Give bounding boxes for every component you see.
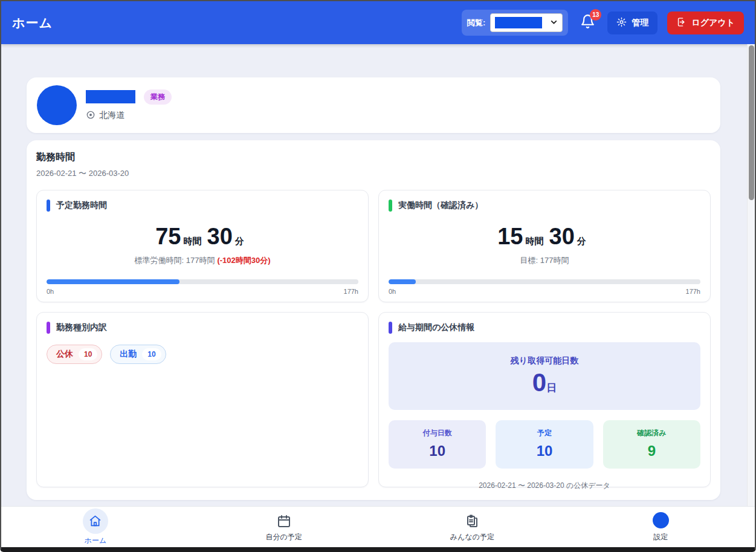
- scheduled-hours-title: 予定勤務時間: [56, 200, 107, 211]
- actual-hours-card: 実働時間（確認済み） 15時間30分 目標: 177時間 0h: [378, 190, 711, 302]
- actual-hours-subtitle: 目標: 177時間: [389, 255, 700, 266]
- holiday-caption: 2026-02-21 〜 2026-03-20 の公休データ: [389, 481, 700, 491]
- admin-button[interactable]: 管理: [607, 11, 657, 34]
- work-time-title: 勤務時間: [36, 151, 711, 164]
- stat-granted-days: 付与日数 10: [389, 420, 486, 469]
- nav-item-settings[interactable]: 設定: [566, 512, 755, 542]
- remaining-days-value: 0日: [395, 369, 694, 397]
- holiday-info-title: 給与期間の公休情報: [398, 322, 474, 333]
- notifications-button[interactable]: 13: [580, 14, 595, 31]
- scheduled-hours-value: 75時間30分: [47, 224, 358, 250]
- work-time-period: 2026-02-21 〜 2026-03-20: [36, 168, 711, 179]
- accent-bar-purple: [47, 322, 50, 334]
- work-type-chips: 公休 10 出勤 10: [47, 345, 358, 364]
- viewer-select[interactable]: [490, 13, 563, 32]
- viewer-label: 閲覧:: [467, 18, 485, 28]
- logout-button[interactable]: ログアウト: [667, 11, 744, 34]
- actual-hours-value: 15時間30分: [389, 224, 700, 250]
- viewer-select-group: 閲覧:: [462, 10, 568, 36]
- holiday-info-card: 給与期間の公休情報 残り取得可能日数 0日 付与日数 10: [378, 312, 711, 487]
- progress-fill: [389, 279, 416, 284]
- work-time-grid: 予定勤務時間 75時間30分 標準労働時間: 177時間(-102時間30分) …: [36, 190, 711, 487]
- progress-max-label: 177h: [344, 288, 358, 295]
- accent-bar-green: [389, 200, 392, 212]
- remaining-days-panel: 残り取得可能日数 0日: [389, 342, 700, 410]
- profile-info: 業務 北海道: [86, 89, 172, 122]
- scheduled-hours-card: 予定勤務時間 75時間30分 標準労働時間: 177時間(-102時間30分) …: [36, 190, 369, 302]
- user-location: 北海道: [99, 110, 124, 121]
- chevron-down-icon: [550, 18, 558, 28]
- chip-public-holiday: 公休 10: [47, 345, 102, 364]
- role-badge: 業務: [144, 89, 172, 105]
- bell-icon: [580, 21, 595, 31]
- admin-button-label: 管理: [632, 18, 648, 28]
- stat-planned: 予定 10: [496, 420, 593, 469]
- selected-user-redacted: [495, 17, 542, 28]
- app-window: ホーム 閲覧: 13 管理: [0, 0, 756, 552]
- chip-count: 10: [142, 348, 161, 360]
- hours-deficit: (-102時間30分): [217, 256, 270, 265]
- breakdown-title: 勤務種別内訳: [56, 322, 107, 333]
- scheduled-hours-subtitle: 標準労働時間: 177時間(-102時間30分): [47, 255, 358, 266]
- progress-max-label: 177h: [686, 288, 700, 295]
- nav-label-home: ホーム: [85, 536, 107, 546]
- progress-track: [389, 279, 700, 284]
- scrollbar-track[interactable]: [747, 44, 755, 506]
- progress-min-label: 0h: [389, 288, 396, 295]
- user-name-redacted: [86, 90, 135, 103]
- nav-label-my-schedule: 自分の予定: [265, 532, 302, 542]
- top-header: ホーム 閲覧: 13 管理: [1, 1, 755, 44]
- scrollbar-thumb[interactable]: [749, 45, 754, 200]
- location-pin-icon: [86, 110, 95, 122]
- home-icon: [83, 508, 108, 534]
- main-content: 業務 北海道 勤務時間 2026-02-21 〜 2026-03-20: [1, 44, 755, 506]
- user-avatar: [37, 85, 77, 125]
- progress-track: [47, 279, 358, 284]
- settings-avatar: [653, 512, 669, 528]
- work-time-section: 勤務時間 2026-02-21 〜 2026-03-20 予定勤務時間 75時間…: [27, 140, 720, 500]
- nav-item-home[interactable]: ホーム: [1, 508, 190, 546]
- holiday-stats: 付与日数 10 予定 10 確認済み 9: [389, 420, 700, 469]
- actual-hours-title: 実働時間（確認済み）: [398, 200, 483, 211]
- header-actions: 閲覧: 13 管理: [462, 10, 744, 36]
- actual-progress: 0h 177h: [389, 279, 700, 295]
- profile-card: 業務 北海道: [27, 77, 720, 133]
- nav-item-my-schedule[interactable]: 自分の予定: [190, 512, 378, 542]
- calendar-icon: [277, 512, 291, 530]
- accent-bar-indigo: [389, 322, 392, 334]
- nav-label-everyone-schedule: みんなの予定: [450, 532, 494, 542]
- stat-confirmed: 確認済み 9: [603, 420, 700, 469]
- nav-label-settings: 設定: [653, 532, 668, 542]
- chip-count: 10: [79, 348, 97, 360]
- logout-button-label: ログアウト: [691, 18, 735, 28]
- scheduled-progress: 0h 177h: [47, 279, 358, 295]
- logout-icon: [676, 17, 687, 29]
- remaining-days-label: 残り取得可能日数: [395, 356, 694, 366]
- progress-fill: [47, 279, 179, 284]
- notification-count-badge: 13: [590, 9, 601, 21]
- bottom-nav: ホーム 自分の予定 みんなの予定 設定: [1, 506, 755, 547]
- progress-min-label: 0h: [47, 288, 54, 295]
- gear-icon: [616, 17, 627, 29]
- page-title: ホーム: [12, 15, 53, 31]
- nav-item-everyone-schedule[interactable]: みんなの予定: [378, 512, 567, 542]
- work-type-breakdown-card: 勤務種別内訳 公休 10 出勤 10: [36, 312, 369, 487]
- accent-bar-blue: [47, 200, 50, 212]
- clipboard-list-icon: [465, 512, 479, 530]
- chip-attendance: 出勤 10: [110, 345, 166, 364]
